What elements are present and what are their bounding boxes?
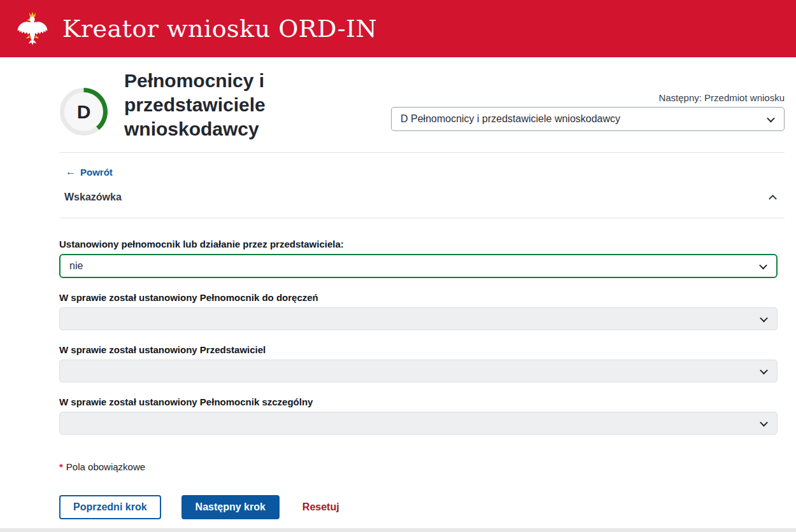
chevron-down-icon: [760, 314, 768, 322]
section-select-value: D Pełnomocnicy i przedstawiciele wniosko…: [401, 113, 620, 125]
next-step-button[interactable]: Następny krok: [181, 495, 280, 519]
field-przedstawiciel: W sprawie został ustanowiony Przedstawic…: [59, 344, 785, 382]
field-pelnomocnik-do-doreczen: W sprawie został ustanowiony Pełnomocnik…: [59, 292, 785, 330]
step-letter: D: [59, 87, 108, 136]
arrow-left-icon: ←: [66, 166, 76, 178]
section-select[interactable]: D Pełnomocnicy i przedstawiciele wniosko…: [391, 107, 785, 131]
back-link-label: Powrót: [80, 167, 113, 178]
field-label: W sprawie został ustanowiony Pełnomocnik…: [59, 292, 785, 304]
required-asterisk: *: [59, 461, 63, 472]
next-step-hint: Następny: Przedmiot wniosku: [391, 92, 785, 103]
field-label: W sprawie został ustanowiony Przedstawic…: [59, 344, 785, 356]
page: Kreator wniosku ORD-IN D Pełnomocnicy i …: [0, 0, 796, 532]
section-nav: Następny: Przedmiot wniosku D Pełnomocni…: [391, 92, 785, 131]
field-label: W sprawie został ustanowiony Pełnomocnik…: [59, 396, 785, 408]
back-link[interactable]: ← Powrót: [66, 166, 113, 178]
chevron-down-icon: [759, 261, 767, 269]
form-fields: Ustanowiony pełnomocnik lub działanie pr…: [59, 239, 785, 435]
select-pelnomocnik-szczegolny: [59, 412, 778, 435]
app-title: Kreator wniosku ORD-IN: [62, 15, 377, 43]
page-title: Pełnomocnicy i przedstawiciele wnioskoda…: [124, 69, 363, 141]
main-content: D Pełnomocnicy i przedstawiciele wniosko…: [59, 57, 785, 519]
step-header: D Pełnomocnicy i przedstawiciele wniosko…: [59, 57, 785, 153]
step-progress-ring: D: [59, 87, 108, 136]
app-header: Kreator wniosku ORD-IN: [0, 0, 796, 57]
field-pelnomocnik-lub-przedstawiciel: Ustanowiony pełnomocnik lub działanie pr…: [59, 239, 785, 278]
chevron-down-icon: [760, 366, 768, 374]
required-note-text: Pola obowiązkowe: [66, 461, 145, 472]
field-label: Ustanowiony pełnomocnik lub działanie pr…: [59, 239, 785, 250]
field-pelnomocnik-szczegolny: W sprawie został ustanowiony Pełnomocnik…: [59, 396, 785, 435]
select-pelnomocnik-lub-przedstawiciel[interactable]: nie: [59, 254, 778, 278]
required-note: *Pola obowiązkowe: [59, 461, 785, 473]
footer-strip: [0, 528, 796, 532]
previous-step-button[interactable]: Poprzedni krok: [59, 495, 161, 519]
hint-title: Wskazówka: [64, 192, 122, 203]
polish-eagle-icon: [16, 10, 49, 48]
actions-row: Poprzedni krok Następny krok Resetuj: [59, 495, 785, 519]
select-value: nie: [69, 260, 83, 272]
chevron-up-icon: [769, 195, 777, 203]
hint-accordion[interactable]: Wskazówka: [59, 176, 785, 218]
reset-link[interactable]: Resetuj: [302, 501, 339, 513]
chevron-down-icon: [760, 418, 768, 426]
back-row: ← Powrót: [59, 153, 785, 176]
select-pelnomocnik-do-doreczen: [59, 307, 778, 330]
select-przedstawiciel: [59, 360, 778, 382]
chevron-down-icon: [767, 114, 775, 122]
